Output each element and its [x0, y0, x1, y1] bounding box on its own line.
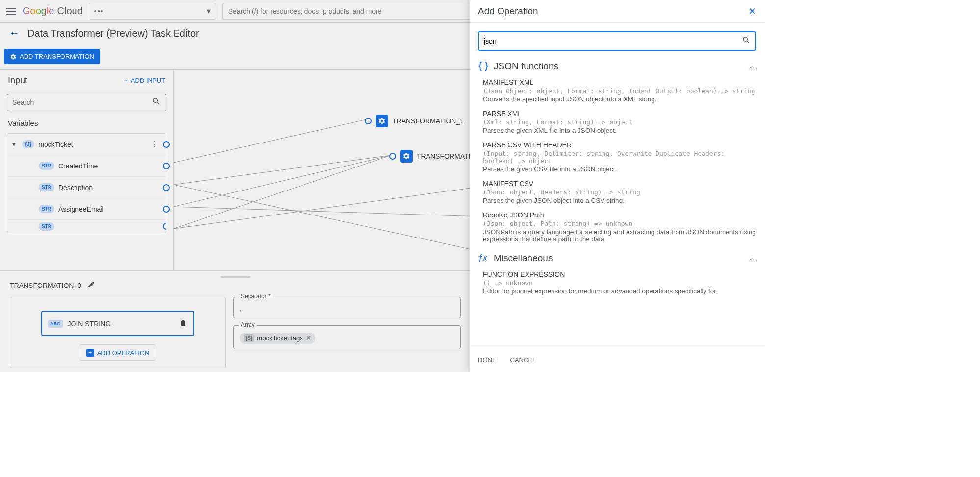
type-badge-str: STR [39, 222, 54, 231]
operation-search[interactable] [478, 31, 756, 51]
function-item[interactable]: PARSE XML (Xml: string, Format: string) … [483, 110, 756, 134]
page-title: Data Transformer (Preview) Task Editor [27, 28, 199, 39]
op-label: JOIN STRING [68, 320, 175, 328]
variable-field[interactable]: STR CreatedTime [7, 155, 166, 177]
close-icon[interactable]: ✕ [748, 5, 756, 17]
add-input-button[interactable]: ＋ ADD INPUT [123, 76, 165, 85]
function-item[interactable]: FUNCTION EXPRESSION () => unknown Editor… [483, 270, 756, 295]
function-signature: (Json: object, Headers: string) => strin… [483, 189, 756, 196]
field-label: Separator * [239, 293, 273, 300]
function-name: Resolve JSON Path [483, 211, 756, 219]
operation-search-input[interactable] [484, 37, 742, 45]
add-transformation-label: ADD TRANSFORMATION [20, 53, 94, 60]
svg-line-1 [174, 155, 391, 185]
variable-field[interactable]: STR Description [7, 177, 166, 198]
menu-icon[interactable] [5, 5, 17, 17]
function-description: Parses the given JSON object into a CSV … [483, 197, 756, 204]
edit-icon[interactable] [87, 281, 95, 290]
section-header[interactable]: JSON functions ︿ [478, 61, 756, 72]
project-picker[interactable]: ••• ▾ [89, 3, 216, 20]
svg-line-0 [174, 119, 367, 163]
function-name: PARSE CSV WITH HEADER [483, 141, 756, 149]
back-arrow-icon[interactable]: ← [9, 27, 20, 40]
transformation-node[interactable]: TRANSFORMATION_2 [389, 150, 476, 163]
type-badge-str: STR [39, 183, 54, 191]
variables-heading: Variables [0, 116, 173, 130]
function-description: Converts the specified input JSON object… [483, 95, 756, 103]
function-description: JSONPath is a query language for selecti… [483, 228, 756, 243]
function-item[interactable]: MANIFEST CSV (Json: object, Headers: str… [483, 180, 756, 204]
section-header[interactable]: ƒx Miscellaneous ︿ [478, 253, 756, 263]
function-description: Parses the given XML file into a JSON ob… [483, 127, 756, 134]
function-item[interactable]: MANIFEST XML (Json Object: object, Forma… [483, 78, 756, 103]
function-description: Editor for jsonnet expression for medium… [483, 287, 756, 295]
type-badge-string-array: [S] [244, 334, 254, 342]
gear-icon [400, 150, 413, 163]
variable-tree: ▼ {J} mockTicket ⋮ STR CreatedTime STR D… [7, 133, 166, 233]
add-transformation-button[interactable]: ADD TRANSFORMATION [4, 49, 100, 64]
function-item[interactable]: PARSE CSV WITH HEADER (Input: string, De… [483, 141, 756, 173]
output-port[interactable] [163, 223, 166, 230]
separator-field[interactable]: Separator * , [233, 297, 461, 318]
search-icon [152, 97, 161, 108]
chevron-down-icon[interactable]: ▼ [11, 142, 18, 147]
section-json-functions: JSON functions ︿ MANIFEST XML (Json Obje… [478, 61, 756, 243]
cancel-button[interactable]: CANCEL [510, 357, 536, 364]
op-type-badge: ABC [48, 320, 63, 328]
function-signature: () => unknown [483, 279, 756, 286]
operation-card[interactable]: ABC JOIN STRING [41, 311, 194, 336]
function-name: PARSE XML [483, 110, 756, 118]
output-port[interactable] [163, 163, 170, 169]
input-port[interactable] [389, 153, 396, 160]
chevron-down-icon: ▾ [207, 6, 211, 16]
trash-icon[interactable] [179, 319, 187, 329]
section-miscellaneous: ƒx Miscellaneous ︿ FUNCTION EXPRESSION (… [478, 253, 756, 295]
variable-name: AssigneeEmail [58, 205, 162, 213]
done-button[interactable]: DONE [478, 357, 497, 364]
drag-handle[interactable] [221, 276, 250, 278]
array-tag-chip[interactable]: [S] mockTicket.tags ✕ [240, 333, 315, 344]
function-item[interactable]: Resolve JSON Path (Json: object, Path: s… [483, 211, 756, 243]
operation-list: ABC JOIN STRING + ADD OPERATION [10, 297, 226, 368]
type-badge-json: {J} [22, 140, 34, 148]
sidebar-title: Input [8, 75, 27, 86]
function-name: FUNCTION EXPRESSION [483, 270, 756, 278]
type-badge-str: STR [39, 205, 54, 213]
section-title: Miscellaneous [494, 253, 553, 263]
variable-root[interactable]: ▼ {J} mockTicket ⋮ [7, 134, 166, 155]
function-signature: (Xml: string, Format: string) => object [483, 119, 756, 126]
tag-value: mockTicket.tags [257, 334, 302, 342]
remove-tag-icon[interactable]: ✕ [306, 334, 311, 342]
product-logo[interactable]: GoogleCloud [23, 5, 83, 17]
variable-field-partial[interactable]: STR [7, 220, 166, 233]
field-label: Array [239, 321, 257, 328]
output-port[interactable] [163, 184, 170, 191]
type-badge-str: STR [39, 162, 54, 170]
variable-name: Description [58, 184, 162, 191]
fx-icon: ƒx [478, 253, 489, 263]
function-name: MANIFEST XML [483, 78, 756, 86]
transformation-node[interactable]: TRANSFORMATION_1 [365, 115, 464, 127]
variable-search-input[interactable] [12, 98, 152, 106]
kebab-icon[interactable]: ⋮ [148, 140, 162, 149]
array-field[interactable]: Array [S] mockTicket.tags ✕ [233, 325, 461, 349]
add-operation-button[interactable]: + ADD OPERATION [79, 344, 157, 361]
variable-field[interactable]: STR AssigneeEmail [7, 198, 166, 220]
braces-icon [478, 61, 489, 72]
section-title: JSON functions [494, 61, 558, 72]
gear-icon [10, 53, 17, 60]
output-port[interactable] [163, 206, 170, 213]
function-signature: (Json Object: object, Format: string, In… [483, 87, 756, 95]
transformation-name: TRANSFORMATION_0 [10, 282, 81, 289]
search-placeholder: Search (/) for resources, docs, products… [228, 7, 382, 15]
node-label: TRANSFORMATION_2 [417, 152, 476, 160]
chevron-up-icon: ︿ [749, 253, 756, 263]
input-port[interactable] [365, 118, 372, 124]
function-signature: (Input: string, Delimiter: string, Overw… [483, 150, 756, 165]
svg-line-2 [174, 185, 477, 251]
variable-search[interactable] [7, 94, 166, 111]
transformation-editor-panel: TRANSFORMATION_0 ABC JOIN STRING + ADD O… [0, 270, 471, 372]
gear-icon [376, 115, 388, 127]
output-port[interactable] [163, 141, 170, 148]
variable-name: mockTicket [38, 141, 148, 148]
